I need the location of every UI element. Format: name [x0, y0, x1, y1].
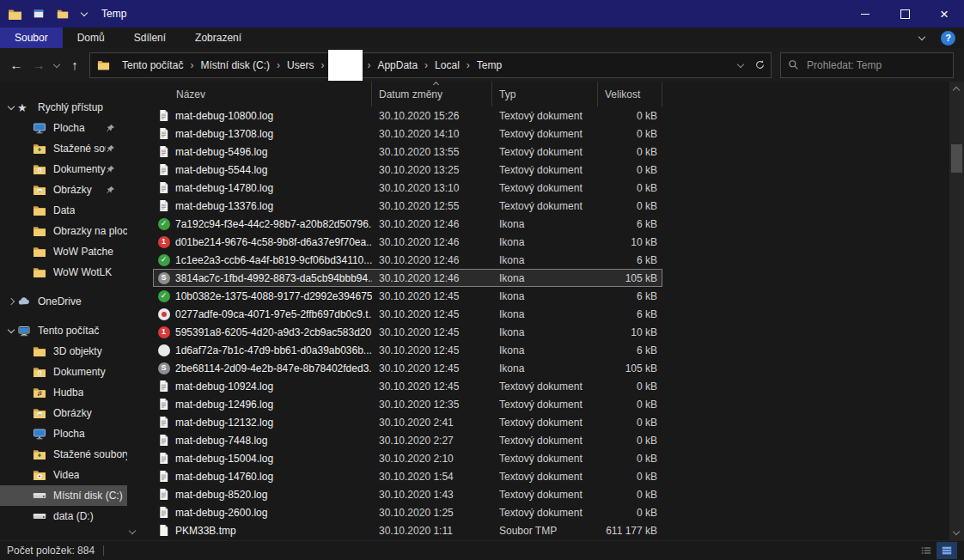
breadcrumb-item[interactable]: Temp [473, 59, 506, 71]
address-bar[interactable]: Tento počítačMístní disk (C:)UsersAppDat… [89, 52, 772, 78]
file-row[interactable]: mat-debug-10924.log30.10.2020 12:45Texto… [153, 377, 662, 395]
breadcrumb-separator-icon[interactable] [422, 59, 430, 71]
sidebar-item[interactable]: OneDrive [0, 291, 127, 312]
details-view-button[interactable] [937, 542, 957, 559]
help-icon[interactable]: ? [941, 31, 955, 46]
file-date: 30.10.2020 2:27 [372, 435, 492, 447]
file-row[interactable]: 1595391a8-6205-4d20-a9d3-2cb9ac583d20...… [153, 323, 662, 341]
sidebar-item[interactable]: ★Rychlý přístup [0, 97, 127, 118]
sidebar-item[interactable]: Data [0, 200, 127, 221]
file-row[interactable]: mat-debug-13376.log30.10.2020 12:55Texto… [153, 197, 662, 215]
qat-customize-chevron-icon[interactable] [79, 9, 89, 19]
minimize-button[interactable] [845, 0, 885, 27]
back-button[interactable]: ← [5, 52, 27, 78]
breadcrumb-item[interactable]: AppData [373, 59, 422, 71]
chevron-right-icon[interactable] [5, 291, 17, 312]
file-row[interactable]: mat-debug-10800.log30.10.2020 15:26Texto… [153, 107, 662, 125]
sidebar-item[interactable]: WoW WotLK [0, 262, 127, 283]
file-row[interactable]: PKM33B.tmp30.10.2020 1:11Soubor TMP611 1… [153, 521, 662, 539]
tab-sdileni[interactable]: Sdílení [119, 27, 180, 48]
tab-zobrazeni[interactable]: Zobrazení [180, 27, 256, 48]
breadcrumb-separator-icon[interactable] [318, 59, 326, 71]
file-row[interactable]: mat-debug-14760.log30.10.2020 1:54Textov… [153, 467, 662, 485]
column-header-type[interactable]: Typ [492, 82, 598, 107]
file-name: 0277adfe-09ca-4071-97e5-2ffb697db0c9.t..… [175, 308, 372, 320]
breadcrumb-separator-icon[interactable] [187, 59, 196, 71]
file-row[interactable]: mat-debug-12132.log30.10.2020 2:41Textov… [153, 413, 662, 431]
breadcrumb-item[interactable]: Tento počítač [118, 59, 187, 71]
search-box[interactable]: Prohledat: Temp [780, 52, 954, 78]
refresh-icon[interactable] [754, 59, 766, 70]
file-row[interactable]: ✓7a192c94-f3e4-44c2-98b7-a20b82d50796...… [153, 215, 662, 233]
address-history-chevron-icon[interactable] [735, 60, 746, 70]
sidebar-item[interactable]: Stažené soub [0, 138, 127, 159]
sidebar-item[interactable]: data (D:) [0, 506, 127, 527]
scrollbar-thumb[interactable] [951, 144, 962, 173]
file-row[interactable]: S2be68114-2d09-4e2b-847e-8b78402fded3...… [153, 359, 662, 377]
chevron-down-icon[interactable] [5, 320, 17, 341]
file-row[interactable]: mat-debug-5496.log30.10.2020 13:55Textov… [153, 143, 662, 161]
column-header-name[interactable]: Název [153, 82, 372, 107]
tab-soubor[interactable]: Soubor [0, 27, 63, 48]
folder-icon [33, 265, 47, 279]
sidebar-item[interactable]: Stažené soubory [0, 444, 127, 465]
file-row[interactable]: mat-debug-12496.log30.10.2020 12:35Texto… [153, 395, 662, 413]
breadcrumb-item[interactable]: Users [283, 59, 318, 71]
breadcrumb-separator-icon[interactable] [464, 59, 473, 71]
file-row[interactable]: ✓10b0382e-1375-4088-9177-d2992e394675...… [153, 287, 662, 305]
file-row[interactable]: mat-debug-14780.log30.10.2020 13:10Texto… [153, 179, 662, 197]
sidebar-item[interactable]: Dokumenty [0, 362, 127, 382]
breadcrumb-item-redacted[interactable] [328, 50, 363, 81]
tab-domu[interactable]: Domů [63, 27, 119, 48]
sidebar-item[interactable]: Obrazky na ploc [0, 221, 127, 241]
vertical-scrollbar[interactable] [949, 82, 964, 540]
file-row[interactable]: ✓1c1ee2a3-ccb6-4a4f-b819-9cf06bd34110...… [153, 251, 662, 269]
sidebar-scroll-down-icon[interactable] [127, 527, 137, 537]
file-row[interactable]: 1d6af72a-7b1c-47d9-bb61-d0a39ab036b...30… [153, 341, 662, 359]
file-type: Ikona [492, 236, 598, 248]
file-row[interactable]: mat-debug-15004.log30.10.2020 2:10Textov… [153, 449, 662, 467]
sidebar-item[interactable]: Hudba [0, 382, 127, 403]
column-header-date[interactable]: Datum změny [372, 82, 492, 107]
close-button[interactable]: × [924, 0, 964, 27]
ribbon-expand-chevron-icon[interactable] [917, 33, 927, 43]
sidebar-item[interactable]: 3D objekty [0, 341, 127, 362]
breadcrumb-item[interactable]: Local [430, 59, 464, 71]
sidebar-item[interactable]: Obrázky [0, 180, 127, 200]
qat-new-folder-icon[interactable] [55, 4, 70, 23]
file-row[interactable]: S3814ac7c-1fbd-4992-8873-da5cb94bbb94...… [153, 269, 662, 287]
breadcrumb-separator-icon[interactable] [274, 59, 283, 71]
sidebar-item[interactable]: WoW Patche [0, 241, 127, 262]
scroll-down-icon[interactable] [951, 527, 961, 538]
file-row[interactable]: mat-debug-8520.log30.10.2020 1:43Textový… [153, 485, 662, 503]
file-type: Textový dokument [492, 453, 598, 465]
recent-locations-chevron-icon[interactable] [50, 52, 64, 78]
file-row[interactable]: mat-debug-7448.log30.10.2020 2:27Textový… [153, 431, 662, 449]
chevron-down-icon[interactable] [5, 97, 17, 118]
breadcrumb-item[interactable]: Místní disk (C:) [196, 59, 274, 71]
forward-button[interactable]: → [27, 52, 50, 78]
sidebar-item[interactable]: Místní disk (C:) [0, 485, 127, 506]
file-row[interactable]: mat-debug-2600.log30.10.2020 1:25Textový… [153, 503, 662, 521]
sidebar-item[interactable]: Obrázky [0, 403, 127, 423]
sidebar-item[interactable]: Plocha [0, 118, 127, 138]
sidebar-item[interactable]: Dokumenty [0, 159, 127, 180]
list-view-button[interactable] [916, 542, 937, 559]
maximize-button[interactable] [885, 0, 924, 27]
breadcrumb-separator-icon[interactable] [364, 59, 373, 71]
scroll-up-icon[interactable] [951, 84, 961, 94]
folder-icon [33, 245, 47, 259]
sidebar-item[interactable]: Videa [0, 465, 127, 485]
qat-properties-icon[interactable] [31, 4, 46, 23]
green-check-icon: ✓ [157, 289, 170, 302]
file-area: Název Datum změny Typ Velikost mat-debug… [137, 82, 949, 540]
file-row[interactable]: mat-debug-5544.log30.10.2020 13:25Textov… [153, 161, 662, 179]
up-button[interactable]: ↑ [64, 52, 86, 78]
file-row[interactable]: 1d01be214-9676-4c58-9b8f-d6a37e9f70ea...… [153, 233, 662, 251]
sidebar-scrollbar[interactable] [127, 82, 137, 540]
file-row[interactable]: 0277adfe-09ca-4071-97e5-2ffb697db0c9.t..… [153, 305, 662, 323]
file-row[interactable]: mat-debug-13708.log30.10.2020 14:10Texto… [153, 125, 662, 143]
column-header-size[interactable]: Velikost [598, 82, 662, 107]
sidebar-item[interactable]: Tento počítač [0, 320, 127, 341]
sidebar-item[interactable]: Plocha [0, 423, 127, 444]
